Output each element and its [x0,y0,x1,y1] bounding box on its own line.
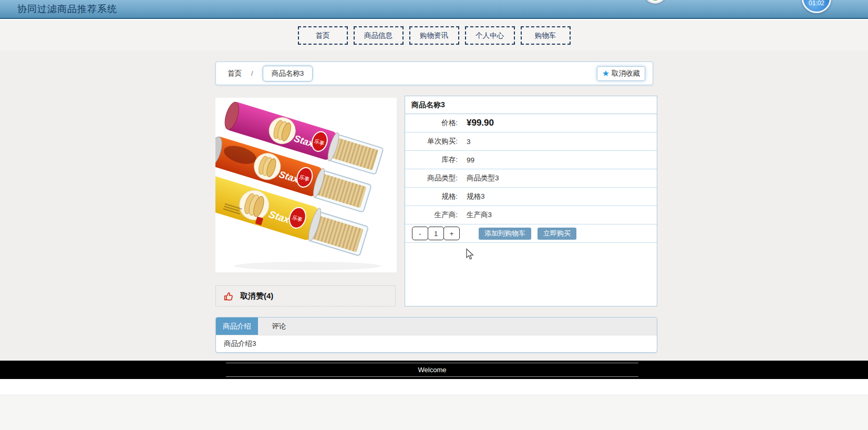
stock-label: 库存: [405,155,458,165]
info-row-stock: 库存: 99 [405,151,657,169]
nav-tab-personal-center-label: 个人中心 [476,31,504,40]
main-nav: 首页 商品信息 购物资讯 个人中心 购物车 [0,26,868,45]
spec-label: 规格: [405,192,458,201]
detail-tab-bar: 商品介绍 评论 [216,318,657,335]
nav-tab-shopping-news-label: 购物资讯 [420,31,448,40]
breadcrumb-separator: / [251,69,253,77]
type-value: 商品类型3 [467,173,499,183]
product-image: Stax 乐事 Stax 乐事 [215,98,397,272]
per-purchase-value: 3 [467,138,471,146]
app-title: 协同过滤商品推荐系统 [17,0,117,18]
breadcrumb: 首页 / 商品名称3 ★ 取消收藏 [215,62,653,85]
info-row-manufacturer: 生产商: 生产商3 [405,206,657,224]
tab-product-intro[interactable]: 商品介绍 [216,318,258,335]
price-value: ¥99.90 [467,118,494,128]
purchase-action-row: - 1 + 添加到购物车 立即购买 [405,224,657,243]
type-label: 商品类型: [405,173,458,183]
product-intro-content: 商品介绍3 [216,335,657,352]
nav-tab-products[interactable]: 商品信息 [354,26,404,45]
nav-tab-shopping-news[interactable]: 购物资讯 [409,26,459,45]
nav-tab-cart[interactable]: 购物车 [521,26,571,45]
manufacturer-label: 生产商: [405,210,458,220]
quantity-decrease-button[interactable]: - [412,227,428,240]
logo-badge-inner [647,0,664,1]
product-name: 商品名称3 [405,96,657,114]
star-icon: ★ [602,69,609,78]
below-page-area [0,395,868,430]
product-info-panel: 商品名称3 价格: ¥99.90 单次购买: 3 库存: 99 商品类型: 商品… [405,96,657,306]
app-header: 协同过滤商品推荐系统 [0,0,868,19]
manufacturer-value: 生产商3 [467,210,492,220]
tab-comments[interactable]: 评论 [258,318,300,335]
footer-text: Welcome [226,363,638,377]
buy-now-button[interactable]: 立即购买 [538,228,576,240]
nav-tab-cart-label: 购物车 [535,31,556,40]
footer: Welcome [0,361,868,379]
info-row-type: 商品类型: 商品类型3 [405,169,657,188]
price-label: 价格: [405,118,458,128]
clock-text: 01:02 [809,0,824,7]
unfavorite-button-label: 取消收藏 [612,69,640,78]
per-purchase-label: 单次购买: [405,137,458,146]
unlike-label: 取消赞(4) [240,291,273,301]
quantity-value[interactable]: 1 [428,227,444,240]
nav-tab-home-label: 首页 [316,31,330,40]
stock-value: 99 [467,156,474,164]
unfavorite-button[interactable]: ★ 取消收藏 [597,66,645,81]
spec-value: 规格3 [467,192,485,201]
info-row-price: 价格: ¥99.90 [405,114,657,132]
thumbs-up-icon [223,291,234,302]
nav-tab-personal-center[interactable]: 个人中心 [465,26,515,45]
product-section: Stax 乐事 Stax 乐事 [215,96,657,306]
detail-tabs-card: 商品介绍 评论 商品介绍3 [215,317,657,353]
quantity-stepper: - 1 + [412,227,459,240]
breadcrumb-current-page: 商品名称3 [263,66,313,81]
quantity-increase-button[interactable]: + [443,227,460,240]
unlike-button[interactable]: 取消赞(4) [215,285,396,306]
info-row-per-purchase: 单次购买: 3 [405,132,657,151]
nav-tab-home[interactable]: 首页 [298,26,348,45]
breadcrumb-home-link[interactable]: 首页 [228,69,242,78]
add-to-cart-button[interactable]: 添加到购物车 [479,228,531,240]
info-row-spec: 规格: 规格3 [405,188,657,206]
nav-tab-products-label: 商品信息 [364,31,392,40]
